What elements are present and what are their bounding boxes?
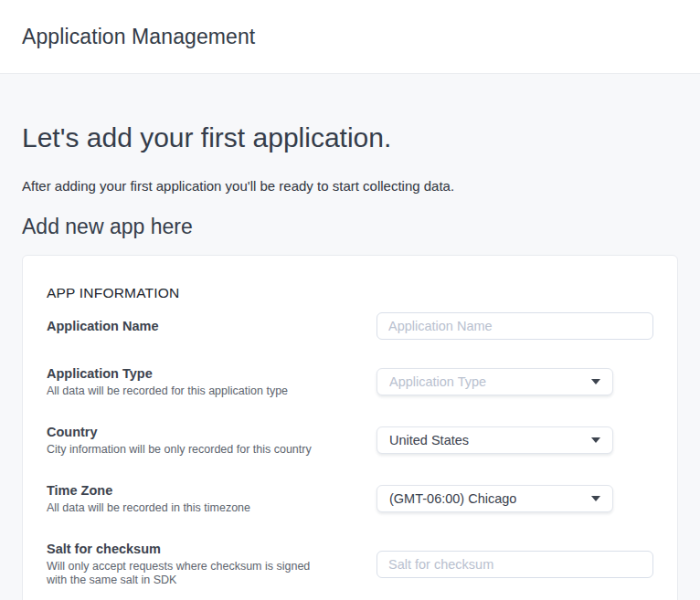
field-labels: Application Name [47,318,377,334]
caret-down-icon [591,496,600,501]
time-zone-select[interactable]: (GMT-06:00) Chicago [377,485,613,512]
app-information-card: APP INFORMATION Application Name Applica… [22,255,678,600]
time-zone-label: Time Zone [47,482,358,499]
salt-for-checksum-input[interactable] [377,551,653,578]
form-row-country: Country City information will be only re… [47,424,653,457]
app-header: Application Management [0,0,700,74]
form-row-time-zone: Time Zone All data will be recorded in t… [47,482,653,515]
country-label: Country [47,424,358,440]
form-row-application-name: Application Name [47,312,653,340]
caret-down-icon [591,379,600,384]
main-content: Let's add your first application. After … [0,121,700,600]
select-value: Application Type [389,374,486,389]
field-labels: Time Zone All data will be recorded in t… [47,482,377,515]
page-title: Application Management [22,25,255,49]
field-labels: Application Type All data will be record… [47,365,377,398]
caret-down-icon [591,437,600,443]
country-helper: City information will be only recorded f… [47,443,358,457]
salt-helper: Will only accept requests where checksum… [47,560,321,587]
application-name-label: Application Name [47,318,358,334]
application-name-input[interactable] [377,312,653,340]
salt-label: Salt for checksum [47,541,358,557]
card-section-title: APP INFORMATION [47,285,653,301]
form-row-application-type: Application Type All data will be record… [47,365,653,398]
intro-subheading: After adding your first application you'… [22,176,678,195]
field-labels: Country City information will be only re… [47,424,377,457]
time-zone-helper: All data will be recorded in this timezo… [47,501,358,515]
form-row-salt-for-checksum: Salt for checksum Will only accept reque… [47,541,653,587]
application-type-select[interactable]: Application Type [377,368,613,395]
application-type-helper: All data will be recorded for this appli… [47,384,358,398]
select-value: (GMT-06:00) Chicago [389,491,516,506]
add-new-app-heading: Add new app here [22,214,678,239]
intro-heading: Let's add your first application. [22,121,678,154]
select-value: United States [389,433,469,447]
application-type-label: Application Type [47,365,358,382]
country-select[interactable]: United States [377,426,613,454]
field-labels: Salt for checksum Will only accept reque… [47,541,377,587]
